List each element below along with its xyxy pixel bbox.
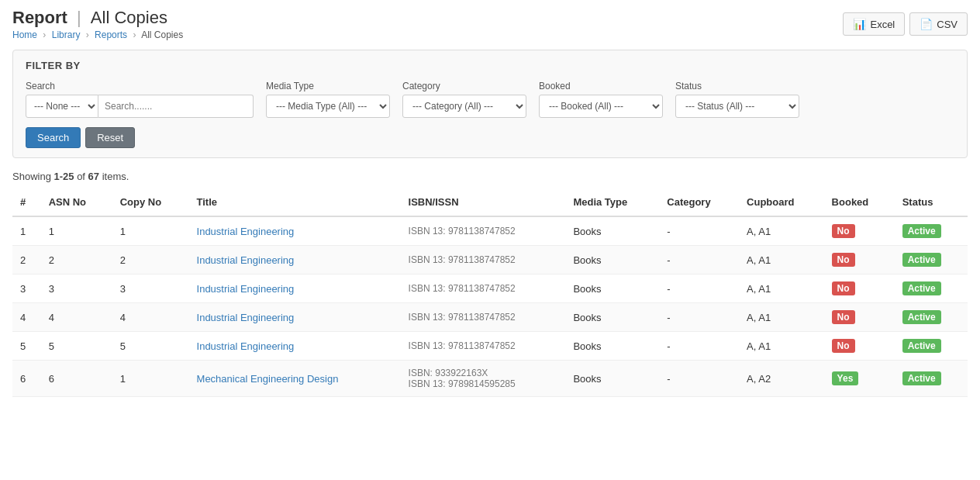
cell-title: Industrial Engineering bbox=[189, 275, 401, 303]
table-header: # ASN No Copy No Title ISBN/ISSN Media T… bbox=[12, 188, 968, 216]
cell-asn-no: 4 bbox=[41, 303, 112, 332]
filter-actions: Search Reset bbox=[26, 127, 954, 148]
col-num: # bbox=[12, 188, 41, 216]
table-row: 6 6 1 Mechanical Engineering Design ISBN… bbox=[12, 361, 968, 397]
cell-booked: Yes bbox=[824, 361, 895, 397]
cell-asn-no: 3 bbox=[41, 275, 112, 303]
csv-label: CSV bbox=[937, 19, 958, 30]
cell-category: - bbox=[659, 275, 739, 303]
table-row: 5 5 5 Industrial Engineering ISBN 13: 97… bbox=[12, 332, 968, 361]
showing-of: of bbox=[74, 171, 88, 182]
cell-category: - bbox=[659, 246, 739, 275]
title-sub: All Copies bbox=[91, 8, 167, 27]
status-badge: Active bbox=[902, 310, 941, 324]
cell-num: 5 bbox=[12, 332, 41, 361]
booked-badge: No bbox=[832, 224, 855, 238]
title-link[interactable]: Industrial Engineering bbox=[197, 283, 295, 295]
booked-badge: No bbox=[832, 310, 855, 324]
results-table: # ASN No Copy No Title ISBN/ISSN Media T… bbox=[12, 188, 968, 397]
title-link[interactable]: Industrial Engineering bbox=[197, 254, 295, 266]
cell-isbn: ISBN 13: 9781138747852 bbox=[401, 246, 566, 275]
showing-prefix: Showing bbox=[12, 171, 53, 182]
col-status: Status bbox=[895, 188, 968, 216]
cell-cupboard: A, A1 bbox=[739, 216, 824, 246]
cell-copy-no: 2 bbox=[112, 246, 189, 275]
reset-button[interactable]: Reset bbox=[85, 127, 135, 148]
title-link[interactable]: Industrial Engineering bbox=[197, 340, 295, 352]
cell-cupboard: A, A2 bbox=[739, 361, 824, 397]
cell-copy-no: 4 bbox=[112, 303, 189, 332]
search-input[interactable] bbox=[98, 95, 254, 118]
cell-copy-no: 1 bbox=[112, 216, 189, 246]
status-badge: Active bbox=[902, 371, 941, 385]
status-badge: Active bbox=[902, 253, 941, 267]
table-row: 3 3 3 Industrial Engineering ISBN 13: 97… bbox=[12, 275, 968, 303]
table-row: 1 1 1 Industrial Engineering ISBN 13: 97… bbox=[12, 216, 968, 246]
cell-isbn: ISBN 13: 9781138747852 bbox=[401, 216, 566, 246]
table-container: # ASN No Copy No Title ISBN/ISSN Media T… bbox=[12, 188, 968, 397]
booked-badge: No bbox=[832, 339, 855, 353]
filter-group-status: Status --- Status (All) --- bbox=[675, 81, 799, 118]
col-copy-no: Copy No bbox=[112, 188, 189, 216]
filter-group-booked: Booked --- Booked (All) --- bbox=[539, 81, 663, 118]
cell-category: - bbox=[659, 332, 739, 361]
cell-copy-no: 5 bbox=[112, 332, 189, 361]
cell-status: Active bbox=[895, 216, 968, 246]
cell-asn-no: 6 bbox=[41, 361, 112, 397]
cell-isbn: ISBN 13: 9781138747852 bbox=[401, 332, 566, 361]
title-link[interactable]: Mechanical Engineering Design bbox=[197, 373, 339, 385]
breadcrumb-sep-3: › bbox=[133, 29, 136, 40]
col-isbn: ISBN/ISSN bbox=[401, 188, 566, 216]
col-asn-no: ASN No bbox=[41, 188, 112, 216]
breadcrumb-reports[interactable]: Reports bbox=[95, 29, 127, 40]
filter-row: Search --- None --- Media Type --- Media… bbox=[26, 81, 954, 118]
col-booked: Booked bbox=[824, 188, 895, 216]
cell-asn-no: 1 bbox=[41, 216, 112, 246]
csv-icon: 📄 bbox=[920, 18, 933, 30]
filter-section: FILTER BY Search --- None --- Media Type… bbox=[12, 50, 968, 158]
cell-category: - bbox=[659, 303, 739, 332]
booked-select[interactable]: --- Booked (All) --- bbox=[539, 95, 663, 118]
breadcrumb-current: All Copies bbox=[141, 29, 183, 40]
breadcrumb-library[interactable]: Library bbox=[52, 29, 81, 40]
cell-title: Industrial Engineering bbox=[189, 303, 401, 332]
status-label: Status bbox=[675, 81, 799, 92]
cell-num: 6 bbox=[12, 361, 41, 397]
csv-button[interactable]: 📄 CSV bbox=[909, 12, 968, 36]
cell-title: Industrial Engineering bbox=[189, 216, 401, 246]
title-link[interactable]: Industrial Engineering bbox=[197, 312, 295, 323]
table-body: 1 1 1 Industrial Engineering ISBN 13: 97… bbox=[12, 216, 968, 397]
cell-asn-no: 5 bbox=[41, 332, 112, 361]
excel-label: Excel bbox=[870, 19, 895, 30]
search-label: Search bbox=[26, 81, 254, 92]
filter-title: FILTER BY bbox=[26, 60, 954, 71]
cell-booked: No bbox=[824, 332, 895, 361]
cell-booked: No bbox=[824, 216, 895, 246]
booked-badge: No bbox=[832, 281, 855, 295]
showing-suffix: items. bbox=[99, 171, 129, 182]
showing-range: 1-25 bbox=[53, 171, 74, 182]
cell-status: Active bbox=[895, 275, 968, 303]
title-report: Report bbox=[12, 8, 67, 27]
col-media-type: Media Type bbox=[565, 188, 659, 216]
media-type-label: Media Type bbox=[266, 81, 390, 92]
booked-badge: No bbox=[832, 253, 855, 267]
category-select[interactable]: --- Category (All) --- bbox=[402, 95, 526, 118]
title-link[interactable]: Industrial Engineering bbox=[197, 226, 295, 237]
col-cupboard: Cupboard bbox=[739, 188, 824, 216]
cell-title: Industrial Engineering bbox=[189, 332, 401, 361]
status-select[interactable]: --- Status (All) --- bbox=[675, 95, 799, 118]
booked-label: Booked bbox=[539, 81, 663, 92]
cell-isbn: ISBN 13: 9781138747852 bbox=[401, 303, 566, 332]
media-type-select[interactable]: --- Media Type (All) --- bbox=[266, 95, 390, 118]
breadcrumb-home[interactable]: Home bbox=[12, 29, 37, 40]
cell-num: 2 bbox=[12, 246, 41, 275]
booked-badge: Yes bbox=[832, 371, 859, 385]
search-field-select[interactable]: --- None --- bbox=[26, 95, 98, 118]
cell-num: 3 bbox=[12, 275, 41, 303]
excel-button[interactable]: 📊 Excel bbox=[843, 12, 905, 36]
col-category: Category bbox=[659, 188, 739, 216]
search-button[interactable]: Search bbox=[26, 127, 81, 148]
cell-media-type: Books bbox=[565, 361, 659, 397]
header: Report | All Copies Home › Library › Rep… bbox=[0, 0, 980, 43]
